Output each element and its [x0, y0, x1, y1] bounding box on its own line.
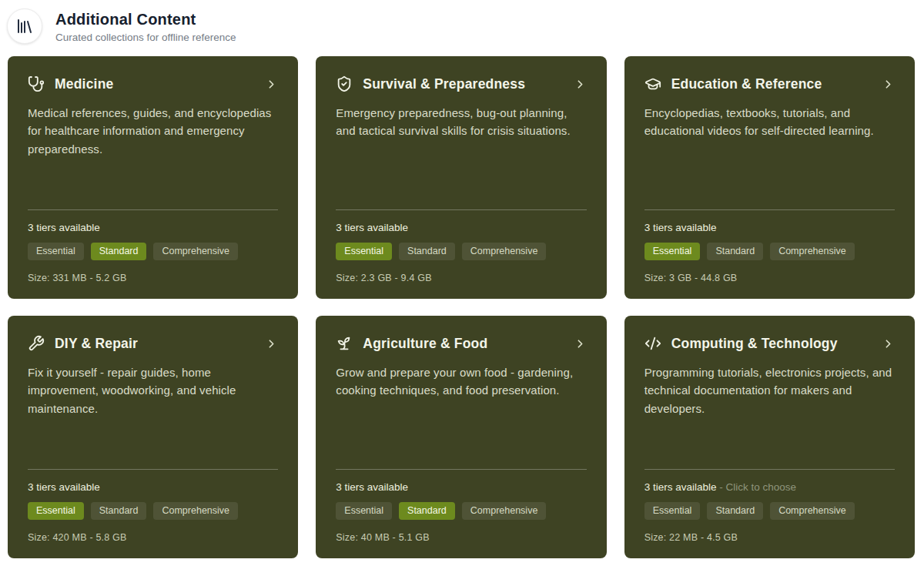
tier-badge[interactable]: Standard	[399, 502, 455, 520]
card-agriculture-food[interactable]: Agriculture & Food Grow and prepare your…	[316, 316, 606, 558]
tier-badge[interactable]: Standard	[399, 243, 455, 260]
card-computing-technology[interactable]: Computing & Technology Programming tutor…	[624, 316, 915, 558]
tiers-available-label: 3 tiers available	[336, 481, 586, 493]
tier-badge[interactable]: Essential	[336, 502, 392, 520]
size-label: Size: 420 MB - 5.8 GB	[28, 532, 278, 543]
tier-badge[interactable]: Comprehensive	[770, 243, 855, 260]
tier-badge[interactable]: Comprehensive	[770, 502, 855, 520]
size-label: Size: 331 MB - 5.2 GB	[28, 273, 278, 283]
divider	[644, 209, 895, 210]
tier-badge[interactable]: Essential	[28, 502, 84, 520]
size-label: Size: 2.3 GB - 9.4 GB	[336, 273, 586, 283]
tier-badge[interactable]: Essential	[644, 502, 701, 520]
card-title: Survival & Preparedness	[363, 76, 563, 92]
chevron-right-icon	[574, 337, 587, 350]
chevron-right-icon	[882, 78, 895, 91]
card-description: Fix it yourself - repair guides, home im…	[28, 363, 278, 417]
chevron-right-icon	[574, 78, 587, 91]
card-survival-preparedness[interactable]: Survival & Preparedness Emergency prepar…	[316, 56, 606, 299]
books-icon	[7, 8, 42, 44]
page-title: Additional Content	[55, 8, 236, 28]
size-label: Size: 22 MB - 4.5 GB	[644, 532, 895, 543]
card-education-reference[interactable]: Education & Reference Encyclopedias, tex…	[624, 56, 915, 299]
wrench-icon	[28, 335, 45, 352]
card-description: Medical references, guides, and encyclop…	[28, 104, 278, 158]
divider	[28, 469, 278, 470]
page-header: Additional Content Curated collections f…	[0, 0, 924, 44]
card-description: Grow and prepare your own food - gardeni…	[336, 363, 586, 400]
tier-badge[interactable]: Comprehensive	[153, 243, 238, 260]
tiers-available-label: 3 tiers available - Click to choose	[644, 481, 895, 493]
tier-badge[interactable]: Essential	[336, 243, 392, 260]
divider	[336, 469, 586, 470]
tier-badge[interactable]: Standard	[91, 243, 147, 260]
card-description: Encyclopedias, textbooks, tutorials, and…	[644, 104, 895, 140]
card-title: Medicine	[55, 76, 255, 92]
sprout-icon	[336, 335, 353, 352]
tier-badge[interactable]: Standard	[707, 502, 763, 520]
chevron-right-icon	[265, 337, 278, 350]
card-diy-repair[interactable]: DIY & Repair Fix it yourself - repair gu…	[8, 316, 298, 558]
stethoscope-icon	[28, 75, 45, 92]
size-label: Size: 3 GB - 44.8 GB	[644, 273, 895, 283]
card-description: Emergency preparedness, bug-out planning…	[336, 104, 586, 140]
card-description: Programming tutorials, electronics proje…	[644, 363, 895, 417]
tiers-available-label: 3 tiers available	[28, 481, 278, 493]
chevron-right-icon	[882, 337, 895, 350]
graduation-cap-icon	[644, 75, 661, 92]
card-title: Agriculture & Food	[363, 336, 563, 352]
card-title: Education & Reference	[671, 76, 872, 92]
shield-check-icon	[336, 75, 353, 92]
page-subtitle: Curated collections for offline referenc…	[55, 32, 236, 43]
tier-badge[interactable]: Standard	[91, 502, 147, 520]
chevron-right-icon	[265, 78, 278, 91]
divider	[644, 469, 895, 470]
tiers-available-label: 3 tiers available	[28, 222, 278, 233]
size-label: Size: 40 MB - 5.1 GB	[336, 532, 586, 543]
tier-badge[interactable]: Comprehensive	[462, 502, 547, 520]
tier-hint[interactable]: - Click to choose	[719, 481, 796, 493]
card-medicine[interactable]: Medicine Medical references, guides, and…	[8, 56, 298, 299]
tier-badge[interactable]: Comprehensive	[153, 502, 238, 520]
tier-badge[interactable]: Standard	[707, 243, 763, 260]
card-title: Computing & Technology	[671, 336, 872, 352]
divider	[336, 209, 586, 210]
content-cards-grid: Medicine Medical references, guides, and…	[0, 44, 924, 558]
tier-badge[interactable]: Essential	[644, 243, 701, 260]
tiers-available-label: 3 tiers available	[336, 222, 586, 233]
tiers-available-label: 3 tiers available	[644, 222, 895, 233]
tier-badge[interactable]: Comprehensive	[462, 243, 547, 260]
divider	[28, 209, 278, 210]
code-icon	[644, 335, 661, 352]
tier-badge[interactable]: Essential	[28, 243, 84, 260]
card-title: DIY & Repair	[55, 336, 255, 352]
